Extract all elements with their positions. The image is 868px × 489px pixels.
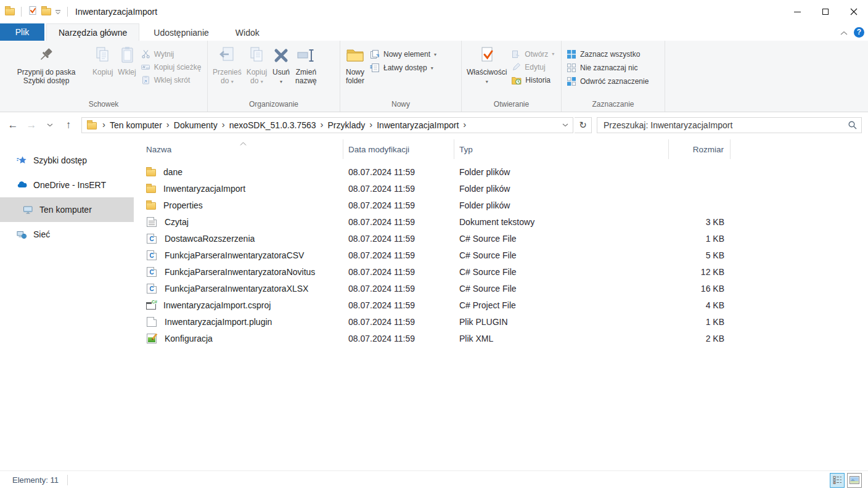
copy-path-button: Kopiuj ścieżkę <box>139 60 204 73</box>
new-item-button[interactable]: Nowy element ▾ <box>367 47 439 61</box>
tab-home[interactable]: Narzędzia główne <box>46 23 139 41</box>
collapse-ribbon-icon[interactable] <box>840 27 848 38</box>
breadcrumb-chevron-icon[interactable]: › <box>319 119 326 131</box>
copy-to-button: Kopiujdo ▾ <box>244 42 269 86</box>
properties-check-icon[interactable] <box>28 6 38 18</box>
file-row[interactable]: Konfiguracja 08.07.2024 11:59 Plik XML 2… <box>134 330 868 347</box>
network-icon <box>17 229 27 239</box>
file-rows: dane 08.07.2024 11:59 Folder plików Inwe… <box>134 163 868 347</box>
file-row[interactable]: InwentaryzacjaImport 08.07.2024 11:59 Fo… <box>134 180 868 197</box>
file-type: Plik PLUGIN <box>454 317 669 327</box>
item-count: Elementy: 11 <box>0 475 59 485</box>
copy-to-icon <box>247 44 266 67</box>
file-name: dane <box>163 167 182 177</box>
close-icon <box>850 8 858 15</box>
recent-locations-button[interactable] <box>41 117 59 134</box>
column-header-name[interactable]: Nazwa <box>146 139 343 159</box>
file-name: FunkcjaParseraInwentaryzatoraNovitus <box>165 267 315 277</box>
folder-file-icon <box>146 169 156 176</box>
dropdown-arrow-icon: ▾ <box>434 52 436 57</box>
file-date: 08.07.2024 11:59 <box>343 200 454 210</box>
breadcrumb-segment[interactable]: Ten komputer <box>107 120 165 130</box>
tab-file[interactable]: Plik <box>0 23 44 41</box>
minimize-button[interactable] <box>783 0 811 23</box>
breadcrumb-chevron-icon[interactable]: › <box>367 119 374 131</box>
window-controls <box>783 0 868 23</box>
up-button[interactable]: ↑ <box>59 117 78 134</box>
delete-x-icon <box>272 44 290 67</box>
breadcrumb-segment[interactable]: Dokumenty <box>171 120 220 130</box>
file-type: Dokument tekstowy <box>454 217 669 227</box>
navigation-pane: Szybki dostęp OneDrive - InsERT Ten komp… <box>0 137 134 471</box>
window-title: InwentaryzacjaImport <box>75 7 157 17</box>
breadcrumb[interactable]: › Ten komputer › Dokumenty › nexoSDK_51.… <box>81 117 573 133</box>
file-row[interactable]: FunkcjaParseraInwentaryzatoraXLSX 08.07.… <box>134 280 868 297</box>
help-icon[interactable]: ? <box>854 27 864 38</box>
back-button[interactable]: ← <box>4 117 22 134</box>
ribbon-tab-row: Plik Narzędzia główne Udostępnianie Wido… <box>0 23 868 41</box>
file-name: InwentaryzacjaImport.plugin <box>165 317 272 327</box>
file-size: 12 KB <box>669 267 731 277</box>
select-all-button[interactable]: Zaznacz wszystko <box>564 47 651 61</box>
refresh-button[interactable]: ↻ <box>575 117 592 133</box>
select-none-button[interactable]: Nie zaznaczaj nic <box>564 61 651 75</box>
minimize-icon <box>794 12 801 12</box>
edit-button: Edytuj <box>509 60 557 73</box>
easy-access-button[interactable]: Łatwy dostęp ▾ <box>367 61 439 75</box>
rename-button[interactable]: Zmieńnazwę <box>293 42 319 85</box>
breadcrumb-segment[interactable]: nexoSDK_51.0.3.7563 <box>227 120 319 130</box>
breadcrumb-chevron-icon[interactable]: › <box>165 119 171 131</box>
sidebar-item-quick-access[interactable]: Szybki dostęp <box>0 148 134 173</box>
copy-button: Kopiuj <box>90 42 115 76</box>
dropdown-arrow-icon: ▾ <box>261 79 263 84</box>
csharp-file-icon <box>147 250 157 260</box>
quick-access-star-icon <box>17 155 27 165</box>
csharp-file-icon <box>147 267 157 277</box>
column-header-size[interactable]: Rozmiar <box>669 139 731 159</box>
file-row[interactable]: InwentaryzacjaImport.csproj 08.07.2024 1… <box>134 297 868 313</box>
sidebar-item-onedrive[interactable]: OneDrive - InsERT <box>0 173 134 197</box>
file-row[interactable]: dane 08.07.2024 11:59 Folder plików <box>134 163 868 180</box>
column-header-type[interactable]: Typ <box>454 139 669 159</box>
file-date: 08.07.2024 11:59 <box>343 300 454 310</box>
sidebar-item-this-pc[interactable]: Ten komputer <box>0 197 134 222</box>
pin-to-quick-access-button[interactable]: Przypnij do paskaSzybki dostęp <box>2 42 90 85</box>
file-row[interactable]: DostawcaRozszerzenia 08.07.2024 11:59 C#… <box>134 230 868 247</box>
sidebar-item-network[interactable]: Sieć <box>0 222 134 247</box>
file-row[interactable]: Properties 08.07.2024 11:59 Folder plikó… <box>134 197 868 213</box>
invert-selection-button[interactable]: Odwróć zaznaczenie <box>564 75 651 88</box>
tab-view[interactable]: Widok <box>223 23 272 41</box>
thumbnails-view-button[interactable] <box>847 473 862 488</box>
open-button: Otwórz ▾ <box>509 47 557 60</box>
delete-button[interactable]: Usuń▾ <box>269 42 293 86</box>
properties-icon <box>478 44 496 67</box>
history-button[interactable]: Historia <box>509 73 557 87</box>
quick-access-toolbar <box>0 6 70 18</box>
search-icon[interactable] <box>848 120 858 130</box>
breadcrumb-segment[interactable]: InwentaryzacjaImport <box>374 120 461 130</box>
column-header-date[interactable]: Data modyfikacji <box>343 139 454 159</box>
customize-qat-arrow-icon[interactable] <box>55 6 61 17</box>
dropdown-arrow-icon: ▾ <box>552 51 554 57</box>
new-folder-button[interactable]: Nowyfolder <box>343 42 367 85</box>
details-view-button[interactable] <box>830 473 845 488</box>
scissors-icon <box>141 49 150 59</box>
breadcrumb-segment[interactable]: Przyklady <box>326 120 368 130</box>
breadcrumb-chevron-icon[interactable]: › <box>461 119 468 131</box>
address-dropdown-button[interactable] <box>558 118 573 133</box>
file-row[interactable]: FunkcjaParseraInwentaryzatoraNovitus 08.… <box>134 263 868 280</box>
file-type: Folder plików <box>454 200 669 210</box>
file-row[interactable]: Czytaj 08.07.2024 11:59 Dokument tekstow… <box>134 213 868 230</box>
file-row[interactable]: FunkcjaParseraInwentaryzatoraCSV 08.07.2… <box>134 247 868 263</box>
tab-share[interactable]: Udostępnianie <box>141 23 221 41</box>
file-size: 4 KB <box>669 300 731 310</box>
file-name: FunkcjaParseraInwentaryzatoraXLSX <box>165 284 308 294</box>
breadcrumb-chevron-icon[interactable]: › <box>220 119 227 131</box>
file-name: DostawcaRozszerzenia <box>165 234 255 244</box>
file-row[interactable]: InwentaryzacjaImport.plugin 08.07.2024 1… <box>134 313 868 330</box>
properties-button[interactable]: Właściwości▾ <box>464 42 509 86</box>
close-button[interactable] <box>840 0 868 23</box>
maximize-button[interactable] <box>811 0 840 23</box>
search-input[interactable] <box>604 120 848 130</box>
new-folder-qat-icon[interactable] <box>41 6 51 18</box>
